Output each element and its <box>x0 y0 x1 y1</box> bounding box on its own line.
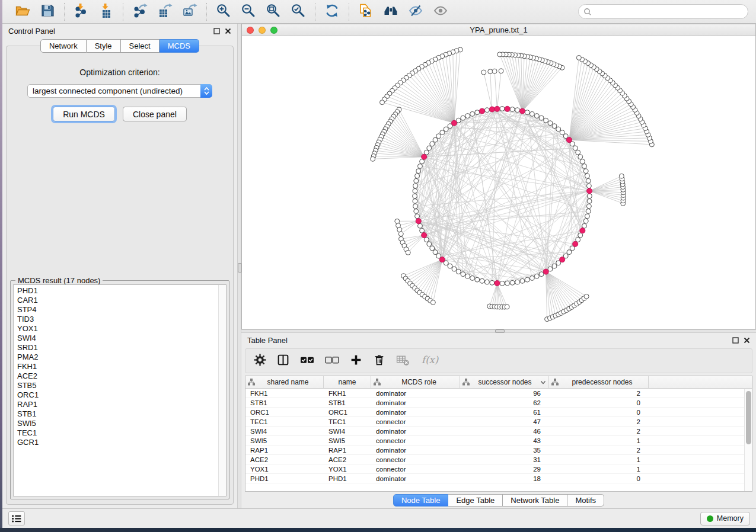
cell-shared-name[interactable]: RAP1 <box>245 447 324 454</box>
cell-MCDS-role[interactable]: dominator <box>371 475 460 482</box>
cell-name[interactable]: SWI5 <box>324 437 371 444</box>
cell-shared-name[interactable]: SWI5 <box>245 437 324 444</box>
save-session-button[interactable] <box>38 2 57 21</box>
tab-select[interactable]: Select <box>121 39 160 53</box>
zoom-in-button[interactable] <box>214 2 233 21</box>
table-settings-button[interactable] <box>254 352 266 370</box>
tab-network-table[interactable]: Network Table <box>503 494 567 507</box>
zoom-fit-button[interactable] <box>264 2 283 21</box>
result-node[interactable]: SWI4 <box>17 334 218 343</box>
cell-shared-name[interactable]: YOX1 <box>245 466 324 473</box>
cell-MCDS-role[interactable]: dominator <box>371 390 460 397</box>
column-header-successor-nodes[interactable]: successor nodes <box>460 376 549 388</box>
result-node[interactable]: CAR1 <box>17 296 218 305</box>
network-window-titlebar[interactable]: YPA_prune.txt_1 <box>242 24 755 36</box>
cell-name[interactable]: ORC1 <box>324 409 371 416</box>
table-row[interactable]: TEC1TEC1connector472 <box>245 417 752 427</box>
cell-name[interactable]: YOX1 <box>324 466 371 473</box>
tab-mcds[interactable]: MCDS <box>160 39 199 53</box>
tab-motifs[interactable]: Motifs <box>567 494 604 507</box>
hide-annotations-button[interactable] <box>406 2 425 21</box>
cell-predecessor-nodes[interactable]: 0 <box>549 409 649 416</box>
cell-successor-nodes[interactable]: 96 <box>460 390 549 397</box>
cell-successor-nodes[interactable]: 31 <box>460 456 549 463</box>
cell-predecessor-nodes[interactable]: 2 <box>549 428 649 435</box>
cell-shared-name[interactable]: ACE2 <box>245 456 324 463</box>
cell-MCDS-role[interactable]: dominator <box>371 409 460 416</box>
cell-predecessor-nodes[interactable]: 2 <box>549 447 649 454</box>
cell-MCDS-role[interactable]: connector <box>371 456 460 463</box>
cell-MCDS-role[interactable]: dominator <box>371 447 460 454</box>
column-header-predecessor-nodes[interactable]: predecessor nodes <box>549 376 649 388</box>
cell-shared-name[interactable]: TEC1 <box>245 418 324 425</box>
cell-successor-nodes[interactable]: 29 <box>460 466 549 473</box>
result-node[interactable]: YOX1 <box>17 324 218 334</box>
network-graph[interactable] <box>242 36 755 329</box>
cell-predecessor-nodes[interactable]: 2 <box>549 390 649 397</box>
refresh-layout-button[interactable] <box>323 2 342 21</box>
import-table-button[interactable] <box>97 2 116 21</box>
cell-shared-name[interactable]: FKH1 <box>245 390 324 397</box>
result-node[interactable]: PMA2 <box>17 352 218 362</box>
tab-node-table[interactable]: Node Table <box>393 494 449 507</box>
close-panel-icon[interactable] <box>225 28 231 34</box>
result-node[interactable]: FKH1 <box>17 362 218 371</box>
table-row[interactable]: RAP1RAP1dominator352 <box>245 446 752 455</box>
column-selector-button[interactable] <box>277 352 289 370</box>
network-view-canvas[interactable] <box>242 36 755 329</box>
cell-successor-nodes[interactable]: 35 <box>460 447 549 454</box>
add-row-button[interactable] <box>350 352 362 370</box>
export-table-button[interactable] <box>155 2 174 21</box>
optimization-criterion-select[interactable]: largest connected component (undirected) <box>27 84 212 98</box>
result-node[interactable]: GCR1 <box>17 438 218 447</box>
delete-table-button[interactable] <box>396 352 410 370</box>
memory-button[interactable]: Memory <box>700 512 750 525</box>
table-row[interactable]: FKH1FKH1dominator962 <box>245 389 752 398</box>
float-panel-icon[interactable] <box>732 337 739 344</box>
cell-MCDS-role[interactable]: dominator <box>371 399 460 406</box>
table-scrollbar[interactable] <box>744 389 752 491</box>
cell-successor-nodes[interactable]: 62 <box>460 399 549 406</box>
result-list-scrollbar[interactable] <box>218 285 226 496</box>
import-network-button[interactable] <box>72 2 91 21</box>
result-node[interactable]: RAP1 <box>17 400 218 409</box>
close-panel-icon[interactable] <box>744 337 750 344</box>
search-input[interactable] <box>595 6 743 18</box>
cell-MCDS-role[interactable]: connector <box>371 437 460 444</box>
tab-style[interactable]: Style <box>87 39 121 53</box>
column-header-shared-name[interactable]: shared name <box>245 376 324 388</box>
clone-network-button[interactable] <box>356 2 375 21</box>
cell-successor-nodes[interactable]: 43 <box>460 437 549 444</box>
result-node[interactable]: SRD1 <box>17 343 218 352</box>
cell-predecessor-nodes[interactable]: 1 <box>549 466 649 473</box>
function-builder-button[interactable]: f(x) <box>420 352 442 370</box>
result-node[interactable]: SWI5 <box>17 419 218 428</box>
show-annotations-button[interactable] <box>431 2 450 21</box>
result-node[interactable]: TEC1 <box>17 428 218 438</box>
cell-successor-nodes[interactable]: 46 <box>460 428 549 435</box>
zoom-selected-button[interactable] <box>289 2 308 21</box>
table-row[interactable]: SWI5SWI5connector431 <box>245 436 752 446</box>
table-row[interactable]: ACE2ACE2connector311 <box>245 455 752 464</box>
splitter-handle[interactable] <box>495 329 505 333</box>
cell-predecessor-nodes[interactable]: 2 <box>549 418 649 425</box>
deselect-all-button[interactable] <box>325 352 339 370</box>
cell-name[interactable]: ACE2 <box>324 456 371 463</box>
result-node[interactable]: TID3 <box>17 315 218 324</box>
cell-predecessor-nodes[interactable]: 0 <box>549 475 649 482</box>
cell-successor-nodes[interactable]: 61 <box>460 409 549 416</box>
cell-MCDS-role[interactable]: dominator <box>371 428 460 435</box>
delete-row-button[interactable] <box>373 352 385 370</box>
cell-predecessor-nodes[interactable]: 1 <box>549 437 649 444</box>
cell-name[interactable]: TEC1 <box>324 418 371 425</box>
select-all-button[interactable] <box>300 352 314 370</box>
column-header-name[interactable]: name <box>324 376 371 388</box>
cell-predecessor-nodes[interactable]: 0 <box>549 399 649 406</box>
cell-shared-name[interactable]: PHD1 <box>245 475 324 482</box>
close-panel-button[interactable]: Close panel <box>123 107 187 121</box>
search-network-button[interactable] <box>381 2 400 21</box>
export-network-button[interactable] <box>130 2 149 21</box>
tab-network[interactable]: Network <box>40 39 87 53</box>
cell-shared-name[interactable]: SWI4 <box>245 428 324 435</box>
float-panel-icon[interactable] <box>213 28 220 34</box>
